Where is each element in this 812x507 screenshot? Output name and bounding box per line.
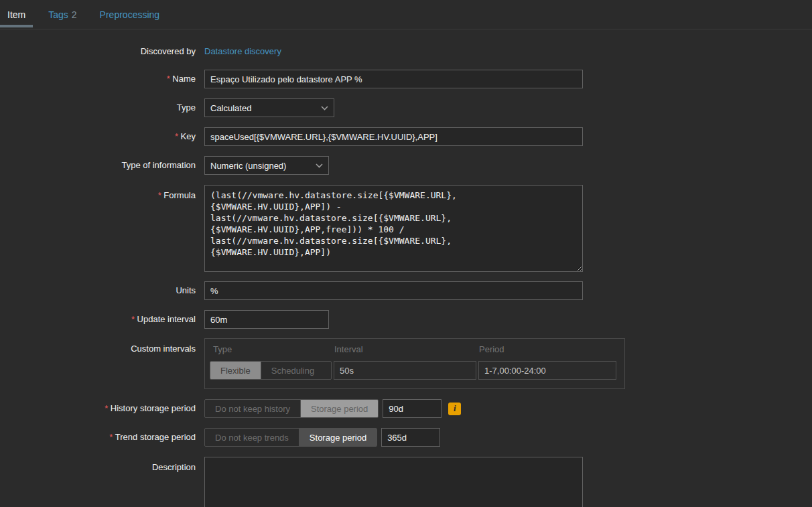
custom-period-input[interactable]	[478, 361, 616, 380]
custom-interval-type-toggle: Flexible Scheduling	[210, 361, 332, 380]
history-storage-input[interactable]	[383, 399, 442, 418]
tab-preprocessing[interactable]: Preprocessing	[92, 0, 167, 29]
history-storage-label: History storage period	[0, 399, 196, 418]
item-form: Discovered by Datastore discovery Name T…	[0, 29, 812, 507]
description-row: Description	[0, 457, 812, 507]
scheduling-button[interactable]: Scheduling	[261, 362, 324, 379]
discovered-by-row: Discovered by Datastore discovery	[0, 45, 812, 58]
tab-bar: Item Tags 2 Preprocessing	[0, 0, 812, 29]
trend-storage-label: Trend storage period	[0, 428, 196, 447]
type-of-information-select-value: Numeric (unsigned)	[210, 161, 286, 171]
history-storage-row: History storage period Do not keep histo…	[0, 399, 812, 418]
tab-item-label: Item	[7, 9, 25, 20]
tab-tags-label: Tags	[48, 9, 68, 20]
type-row: Type Calculated	[0, 98, 812, 117]
units-label: Units	[0, 281, 196, 300]
update-interval-row: Update interval	[0, 310, 812, 329]
type-label: Type	[0, 98, 196, 117]
units-row: Units	[0, 281, 812, 300]
do-not-keep-history-button[interactable]: Do not keep history	[205, 400, 300, 417]
type-of-information-label: Type of information	[0, 156, 196, 175]
custom-intervals-label: Custom intervals	[0, 338, 196, 355]
history-storage-toggle: Do not keep history Storage period	[204, 399, 379, 418]
formula-label: Formula	[0, 185, 196, 202]
custom-interval-input[interactable]	[334, 361, 476, 380]
formula-row: Formula (last(//vmware.hv.datastore.size…	[0, 185, 812, 272]
formula-textarea[interactable]: (last(//vmware.hv.datastore.size[{$VMWAR…	[204, 185, 583, 272]
chevron-down-icon	[321, 106, 328, 111]
tab-tags-count: 2	[72, 9, 77, 20]
update-interval-label: Update interval	[0, 310, 196, 329]
custom-intervals-box: Type Flexible Scheduling Interval Period	[204, 338, 625, 389]
discovered-by-label: Discovered by	[0, 45, 196, 58]
key-input[interactable]	[204, 127, 583, 146]
name-input[interactable]	[204, 70, 583, 88]
trend-storage-input[interactable]	[381, 428, 440, 447]
flexible-button[interactable]: Flexible	[210, 362, 261, 379]
type-select-value: Calculated	[210, 103, 251, 113]
name-row: Name	[0, 70, 812, 88]
tab-item[interactable]: Item	[0, 0, 33, 29]
custom-intervals-interval-header: Interval	[334, 344, 478, 355]
key-label: Key	[0, 127, 196, 146]
custom-intervals-row: Custom intervals Type Flexible Schedulin…	[0, 338, 812, 389]
custom-intervals-period-header: Period	[478, 344, 616, 355]
trend-storage-period-button[interactable]: Storage period	[299, 429, 377, 446]
type-of-information-row: Type of information Numeric (unsigned)	[0, 156, 812, 175]
datastore-discovery-link[interactable]: Datastore discovery	[204, 45, 281, 58]
description-textarea[interactable]	[204, 457, 583, 507]
key-row: Key	[0, 127, 812, 146]
name-label: Name	[0, 70, 196, 88]
trend-storage-toggle: Do not keep trends Storage period	[204, 428, 377, 447]
type-of-information-select[interactable]: Numeric (unsigned)	[204, 156, 329, 175]
description-label: Description	[0, 457, 196, 474]
info-icon[interactable]: i	[448, 403, 461, 415]
tab-tags[interactable]: Tags 2	[41, 0, 84, 29]
chevron-down-icon	[316, 163, 323, 168]
history-storage-period-button[interactable]: Storage period	[300, 400, 378, 417]
update-interval-input[interactable]	[204, 310, 329, 329]
trend-storage-row: Trend storage period Do not keep trends …	[0, 428, 812, 447]
units-input[interactable]	[204, 281, 583, 300]
do-not-keep-trends-button[interactable]: Do not keep trends	[205, 429, 299, 446]
type-select[interactable]: Calculated	[204, 98, 334, 117]
custom-intervals-type-header: Type	[210, 344, 334, 355]
tab-preprocessing-label: Preprocessing	[100, 9, 160, 20]
